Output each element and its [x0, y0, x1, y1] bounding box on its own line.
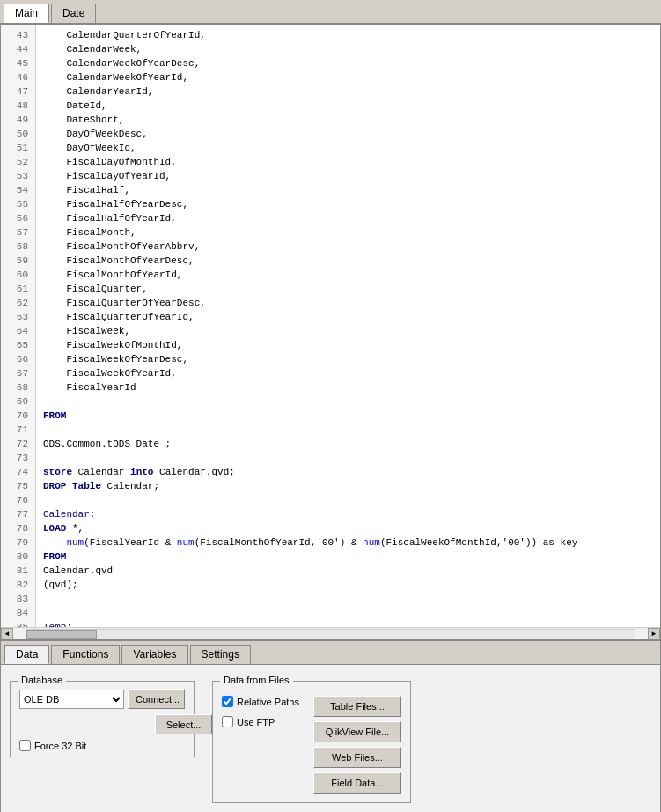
scrollbar-track: [26, 629, 635, 639]
scroll-left-btn[interactable]: ◄: [1, 628, 13, 640]
tab-functions[interactable]: Functions: [51, 645, 120, 664]
table-files-button[interactable]: Table Files...: [313, 696, 401, 717]
force32-label: Force 32 Bit: [34, 741, 86, 751]
bottom-panel: Data Functions Variables Settings Databa…: [0, 640, 661, 812]
use-ftp-label: Use FTP: [237, 717, 275, 727]
tab-data[interactable]: Data: [4, 645, 49, 664]
database-group: Database OLE DB Connect... Select... For…: [10, 681, 195, 757]
database-legend: Database: [18, 675, 66, 685]
file-buttons-group: Table Files... QlikView File... Web File…: [313, 696, 401, 794]
data-files-legend: Data from Files: [220, 675, 293, 685]
qlikview-file-button[interactable]: QlikView File...: [313, 721, 401, 742]
tab-settings[interactable]: Settings: [190, 645, 251, 664]
web-files-button[interactable]: Web Files...: [313, 747, 401, 768]
db-select-row: OLE DB Connect...: [19, 689, 185, 709]
data-from-files-section: Data from Files Relative Paths Use FTP T…: [212, 674, 651, 803]
bottom-content: Database OLE DB Connect... Select... For…: [1, 665, 660, 812]
code-content[interactable]: CalendarQuarterOfYearId, CalendarWeek, C…: [36, 25, 660, 627]
force32-checkbox[interactable]: [19, 740, 31, 751]
code-scroll-area: 4344454647484950515253545556575859606162…: [1, 25, 660, 627]
connect-button[interactable]: Connect...: [128, 689, 185, 709]
select-row: Select...: [155, 714, 185, 734]
relative-paths-label: Relative Paths: [237, 697, 299, 707]
relative-paths-row: Relative Paths: [222, 696, 299, 707]
line-numbers: 4344454647484950515253545556575859606162…: [1, 25, 36, 627]
use-ftp-row: Use FTP: [222, 716, 299, 727]
database-select[interactable]: OLE DB: [19, 690, 124, 709]
database-section: Database OLE DB Connect... Select... For…: [10, 674, 195, 803]
select-button[interactable]: Select...: [155, 714, 212, 734]
tab-main[interactable]: Main: [4, 4, 49, 23]
code-editor: 4344454647484950515253545556575859606162…: [0, 24, 661, 640]
bottom-tabs: Data Functions Variables Settings: [1, 641, 660, 665]
scrollbar-thumb[interactable]: [26, 630, 97, 639]
relative-paths-checkbox[interactable]: [222, 696, 233, 707]
use-ftp-checkbox[interactable]: [222, 716, 233, 727]
tab-variables[interactable]: Variables: [121, 645, 187, 664]
horizontal-scrollbar[interactable]: ◄ ►: [1, 627, 660, 639]
editor-tabs: Main Date: [0, 0, 661, 24]
force32-row: Force 32 Bit: [19, 740, 185, 751]
field-data-button[interactable]: Field Data...: [313, 772, 401, 794]
scroll-right-btn[interactable]: ►: [648, 628, 660, 640]
tab-date[interactable]: Date: [51, 4, 96, 23]
